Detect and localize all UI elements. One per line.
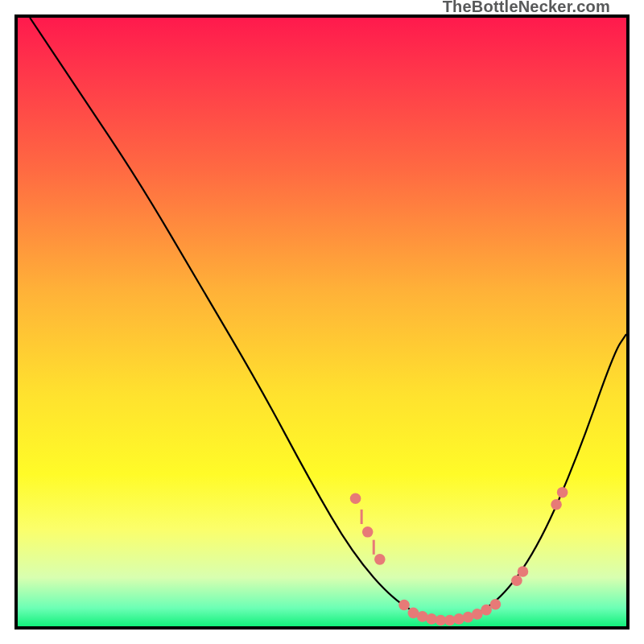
bottleneck-curve-path	[30, 18, 626, 620]
curve-layer	[18, 18, 626, 626]
marker-dot	[350, 493, 361, 504]
marker-dot	[453, 613, 464, 625]
marker-dot	[362, 526, 374, 538]
curve-markers	[350, 487, 568, 625]
marker-dot	[490, 599, 502, 610]
marker-dot	[398, 600, 410, 611]
chart-frame: TheBottleNecker.com	[14, 14, 630, 630]
marker-dot	[511, 575, 522, 586]
marker-dot	[374, 554, 386, 565]
marker-dot	[551, 499, 562, 510]
watermark-label: TheBottleNecker.com	[443, 0, 610, 16]
marker-dot	[518, 566, 529, 577]
marker-dot	[481, 605, 492, 616]
bottleneck-curve	[30, 18, 626, 620]
plot-area	[18, 18, 626, 626]
marker-dot	[557, 487, 568, 498]
